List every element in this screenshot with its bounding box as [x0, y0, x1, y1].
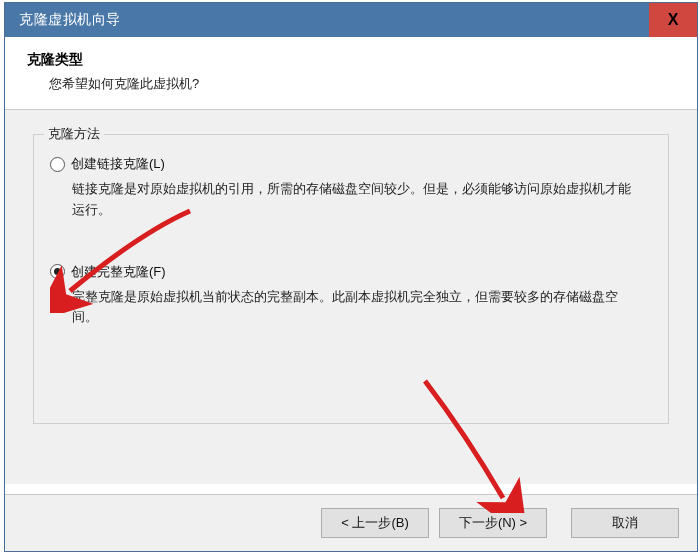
clone-vm-wizard-dialog: 克隆虚拟机向导 X 克隆类型 您希望如何克隆此虚拟机? 克隆方法 创建链接克隆(… — [4, 2, 698, 552]
next-button[interactable]: 下一步(N) > — [439, 508, 547, 538]
window-title: 克隆虚拟机向导 — [19, 11, 121, 29]
close-icon: X — [668, 12, 679, 28]
radio-option-linked-clone[interactable]: 创建链接克隆(L) 链接克隆是对原始虚拟机的引用，所需的存储磁盘空间较少。但是，… — [50, 155, 652, 221]
body-panel: 克隆方法 创建链接克隆(L) 链接克隆是对原始虚拟机的引用，所需的存储磁盘空间较… — [5, 110, 697, 484]
group-legend: 克隆方法 — [44, 125, 104, 143]
footer: < 上一步(B) 下一步(N) > 取消 — [5, 494, 697, 551]
cancel-button[interactable]: 取消 — [571, 508, 679, 538]
page-subheading: 您希望如何克隆此虚拟机? — [27, 75, 675, 93]
page-heading: 克隆类型 — [27, 51, 675, 69]
cancel-button-label: 取消 — [612, 514, 638, 532]
close-button[interactable]: X — [649, 3, 697, 37]
back-button[interactable]: < 上一步(B) — [321, 508, 429, 538]
header: 克隆类型 您希望如何克隆此虚拟机? — [5, 37, 697, 110]
radio-icon — [50, 157, 65, 172]
radio-label-full: 创建完整克隆(F) — [71, 263, 166, 281]
radio-label-linked: 创建链接克隆(L) — [71, 155, 165, 173]
radio-desc-linked: 链接克隆是对原始虚拟机的引用，所需的存储磁盘空间较少。但是，必须能够访问原始虚拟… — [72, 179, 632, 221]
radio-option-full-clone[interactable]: 创建完整克隆(F) 完整克隆是原始虚拟机当前状态的完整副本。此副本虚拟机完全独立… — [50, 263, 652, 329]
back-button-label: < 上一步(B) — [341, 514, 409, 532]
clone-method-group: 克隆方法 创建链接克隆(L) 链接克隆是对原始虚拟机的引用，所需的存储磁盘空间较… — [33, 134, 669, 424]
next-button-label: 下一步(N) > — [459, 514, 527, 532]
radio-desc-full: 完整克隆是原始虚拟机当前状态的完整副本。此副本虚拟机完全独立，但需要较多的存储磁… — [72, 287, 632, 329]
titlebar: 克隆虚拟机向导 X — [5, 3, 697, 37]
radio-icon — [50, 264, 65, 279]
